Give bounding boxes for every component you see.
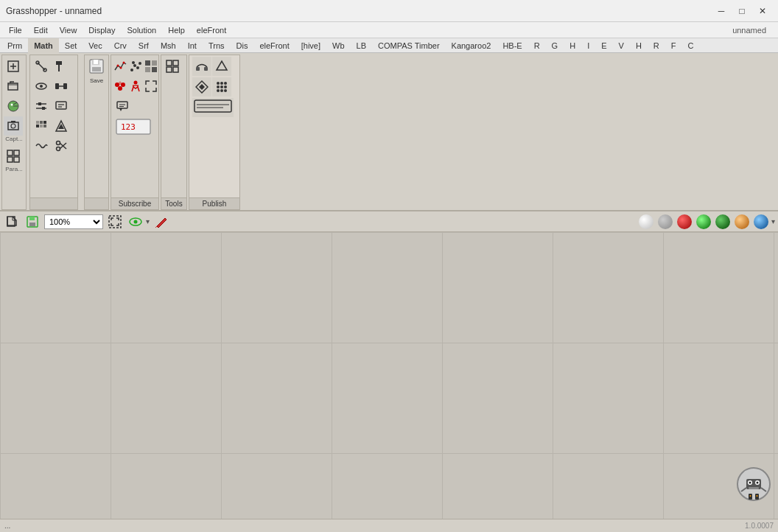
save-file-button[interactable] (24, 213, 41, 231)
chat-tool[interactable] (52, 97, 71, 116)
triangle-tool[interactable] (52, 116, 71, 136)
save-button[interactable] (87, 57, 106, 76)
open-file-button[interactable] (4, 77, 23, 96)
capture-label: Capt... (4, 136, 24, 142)
menu-view[interactable]: View (54, 22, 83, 38)
tab-h[interactable]: H (564, 38, 581, 53)
sphere-blue-button[interactable] (752, 213, 770, 231)
tab-elefront[interactable]: eleFront (253, 38, 295, 53)
robot-icon (735, 466, 772, 503)
tab-h2[interactable]: H (630, 38, 648, 53)
publish-wire-tool[interactable] (192, 57, 211, 76)
svg-rect-18 (56, 61, 62, 65)
zoom-select[interactable]: 50% 75% 100% 150% 200% (44, 214, 103, 229)
tab-set[interactable]: Set (59, 38, 83, 53)
scissors-tool[interactable] (52, 136, 71, 155)
new-canvas-button[interactable] (4, 57, 23, 76)
tab-prm[interactable]: Prm (1, 38, 28, 53)
tab-hbe[interactable]: HB-E (497, 38, 528, 53)
tab-compas[interactable]: COMPAS Timber (372, 38, 446, 53)
person-tool[interactable] (128, 77, 143, 96)
grasshopper-icon[interactable] (4, 97, 23, 116)
toolbar-group-1 (29, 55, 78, 210)
wire-tool[interactable] (32, 57, 51, 76)
new-file-button[interactable] (3, 213, 21, 231)
pen-tool-button[interactable] (153, 213, 170, 231)
fit-canvas-button[interactable] (106, 213, 124, 231)
capture-button[interactable] (4, 116, 23, 136)
close-button[interactable]: ✕ (753, 3, 772, 19)
point-tool[interactable] (113, 77, 127, 96)
canvas-area[interactable] (0, 232, 778, 519)
publish-diamond-tool[interactable] (192, 77, 211, 97)
tab-trns[interactable]: Trns (203, 38, 231, 53)
svg-point-51 (130, 69, 133, 71)
sphere-dropdown[interactable]: ▾ (771, 217, 775, 225)
tab-v[interactable]: V (613, 38, 630, 53)
tab-r2[interactable]: R (648, 38, 665, 53)
sphere-green-button[interactable] (695, 213, 712, 231)
svg-point-84 (220, 82, 223, 85)
chat2-tool[interactable] (113, 97, 132, 116)
tab-f[interactable]: F (665, 38, 682, 53)
minimize-button[interactable]: ─ (712, 3, 731, 19)
publish-dots-tool[interactable] (212, 77, 231, 97)
hammer-tool[interactable] (52, 57, 71, 76)
publish-chat-tool[interactable] (192, 98, 234, 117)
svg-rect-33 (40, 121, 43, 124)
wave-tool[interactable] (32, 136, 51, 155)
tab-vec[interactable]: Vec (83, 38, 108, 53)
menu-help[interactable]: Help (162, 22, 191, 38)
svg-point-101 (134, 220, 138, 223)
svg-rect-23 (63, 83, 67, 89)
scatter-tool[interactable] (128, 57, 143, 76)
menu-edit[interactable]: Edit (28, 22, 54, 38)
tab-hive[interactable]: [hive] (295, 38, 326, 53)
sphere-darkgreen-button[interactable] (714, 213, 732, 231)
slider-tool[interactable] (32, 97, 51, 116)
menu-solution[interactable]: Solution (121, 22, 162, 38)
tab-i[interactable]: I (581, 38, 595, 53)
svg-point-115 (757, 495, 758, 497)
random-tool[interactable] (32, 116, 51, 136)
menu-display[interactable]: Display (83, 22, 121, 38)
tab-kangaroo[interactable]: Kangaroo2 (446, 38, 497, 53)
toolbar-group-1-label (30, 197, 77, 209)
grid-tool[interactable] (144, 57, 158, 76)
svg-point-52 (133, 64, 136, 67)
menu-elefront[interactable]: eleFront (191, 22, 232, 38)
sphere-red-button[interactable] (676, 213, 693, 231)
tab-e[interactable]: E (595, 38, 612, 53)
tab-int[interactable]: Int (182, 38, 203, 53)
menu-file[interactable]: File (3, 22, 28, 38)
maximize-button[interactable]: □ (732, 3, 751, 19)
eye-view-button[interactable] (127, 213, 144, 231)
svg-rect-35 (36, 125, 39, 127)
eye-tool[interactable] (32, 77, 51, 96)
eye-dropdown[interactable]: ▾ (146, 217, 150, 225)
number-tag-tool[interactable]: 123 (113, 117, 154, 136)
sphere-orange-button[interactable] (733, 213, 751, 231)
tab-msh[interactable]: Msh (155, 38, 182, 53)
tab-lb[interactable]: LB (351, 38, 372, 53)
tab-c[interactable]: C (682, 38, 700, 53)
sphere-gray-button[interactable] (656, 213, 674, 231)
graph-tool[interactable] (113, 57, 127, 76)
publish-triangle-tool[interactable] (212, 57, 231, 76)
tab-math[interactable]: Math (28, 38, 59, 53)
expand-tool[interactable] (144, 77, 158, 96)
tools-expand-button[interactable] (163, 57, 182, 76)
tab-wb[interactable]: Wb (326, 38, 351, 53)
tab-crv[interactable]: Crv (108, 38, 133, 53)
tab-srf[interactable]: Srf (133, 38, 155, 53)
view-toggle-group: ▾ (127, 213, 150, 231)
connector-tool[interactable] (52, 77, 71, 96)
svg-rect-97 (29, 217, 35, 220)
sphere-white-button[interactable] (637, 213, 655, 231)
robot-icon-area (735, 466, 772, 503)
svg-rect-36 (40, 125, 43, 127)
params-button[interactable] (4, 147, 23, 166)
tab-g[interactable]: G (546, 38, 564, 53)
tab-r[interactable]: R (528, 38, 546, 53)
tab-dis[interactable]: Dis (231, 38, 254, 53)
